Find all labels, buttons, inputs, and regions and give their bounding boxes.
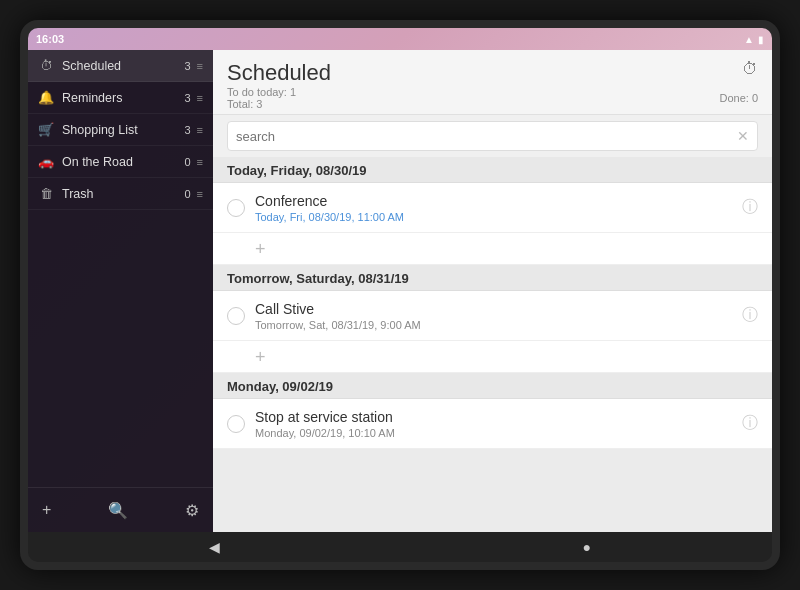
sidebar-item-count: 3 bbox=[184, 124, 190, 136]
total-count: Total: 3 bbox=[227, 98, 262, 110]
task-content: Stop at service station Monday, 09/02/19… bbox=[255, 409, 734, 439]
search-input[interactable] bbox=[236, 129, 737, 144]
sidebar-item-label: On the Road bbox=[62, 155, 184, 169]
add-list-button[interactable]: + bbox=[42, 501, 51, 519]
add-task-tomorrow[interactable]: + bbox=[213, 341, 772, 373]
sidebar-item-menu-icon: ≡ bbox=[197, 124, 203, 136]
done-count: Done: 0 bbox=[719, 92, 758, 104]
search-button[interactable]: 🔍 bbox=[108, 501, 128, 520]
sidebar-item-road[interactable]: 🚗 On the Road 0 ≡ bbox=[28, 146, 213, 178]
task-info-icon[interactable]: ⓘ bbox=[742, 197, 758, 218]
stats-left: To do today: 1 Total: 3 bbox=[227, 86, 296, 110]
sidebar-item-count: 0 bbox=[184, 156, 190, 168]
history-icon[interactable]: ⏱ bbox=[742, 60, 758, 78]
status-icons: ▲ ▮ bbox=[744, 34, 764, 45]
sidebar-item-label: Reminders bbox=[62, 91, 184, 105]
task-date: Tomorrow, Sat, 08/31/19, 9:00 AM bbox=[255, 319, 734, 331]
task-checkbox[interactable] bbox=[227, 415, 245, 433]
date-header-today: Today, Friday, 08/30/19 bbox=[213, 157, 772, 183]
reminders-icon: 🔔 bbox=[38, 90, 54, 105]
home-button[interactable]: ● bbox=[582, 539, 590, 555]
date-group-today: Today, Friday, 08/30/19 Conference Today… bbox=[213, 157, 772, 265]
date-header-monday: Monday, 09/02/19 bbox=[213, 373, 772, 399]
search-bar: ✕ bbox=[227, 121, 758, 151]
wifi-icon: ▲ bbox=[744, 34, 754, 45]
task-date: Monday, 09/02/19, 10:10 AM bbox=[255, 427, 734, 439]
sidebar-item-trash[interactable]: 🗑 Trash 0 ≡ bbox=[28, 178, 213, 210]
status-bar: 16:03 ▲ ▮ bbox=[28, 28, 772, 50]
today-count: To do today: 1 bbox=[227, 86, 296, 98]
sidebar-item-menu-icon: ≡ bbox=[197, 156, 203, 168]
tablet-frame: 16:03 ▲ ▮ ⏱ Scheduled 3 ≡ 🔔 Reminders 3 … bbox=[20, 20, 780, 570]
sidebar-item-scheduled[interactable]: ⏱ Scheduled 3 ≡ bbox=[28, 50, 213, 82]
search-clear-icon[interactable]: ✕ bbox=[737, 128, 749, 144]
sidebar-item-menu-icon: ≡ bbox=[197, 60, 203, 72]
task-info-icon[interactable]: ⓘ bbox=[742, 413, 758, 434]
main-panel: Scheduled ⏱ To do today: 1 Total: 3 Done… bbox=[213, 50, 772, 532]
task-item: Stop at service station Monday, 09/02/19… bbox=[213, 399, 772, 449]
sidebar-item-count: 0 bbox=[184, 188, 190, 200]
tasks-list: Today, Friday, 08/30/19 Conference Today… bbox=[213, 157, 772, 532]
add-task-today[interactable]: + bbox=[213, 233, 772, 265]
task-item: Call Stive Tomorrow, Sat, 08/31/19, 9:00… bbox=[213, 291, 772, 341]
shopping-icon: 🛒 bbox=[38, 122, 54, 137]
app-content: ⏱ Scheduled 3 ≡ 🔔 Reminders 3 ≡ 🛒 Shoppi… bbox=[28, 50, 772, 532]
add-task-icon: + bbox=[255, 348, 266, 366]
sidebar-item-reminders[interactable]: 🔔 Reminders 3 ≡ bbox=[28, 82, 213, 114]
date-header-tomorrow: Tomorrow, Saturday, 08/31/19 bbox=[213, 265, 772, 291]
sidebar-item-label: Shopping List bbox=[62, 123, 184, 137]
trash-icon: 🗑 bbox=[38, 186, 54, 201]
back-button[interactable]: ◀ bbox=[209, 539, 220, 555]
date-group-monday: Monday, 09/02/19 Stop at service station… bbox=[213, 373, 772, 449]
add-task-icon: + bbox=[255, 240, 266, 258]
task-name: Stop at service station bbox=[255, 409, 734, 425]
date-group-tomorrow: Tomorrow, Saturday, 08/31/19 Call Stive … bbox=[213, 265, 772, 373]
sidebar-list: ⏱ Scheduled 3 ≡ 🔔 Reminders 3 ≡ 🛒 Shoppi… bbox=[28, 50, 213, 487]
task-name: Conference bbox=[255, 193, 734, 209]
sidebar-item-count: 3 bbox=[184, 60, 190, 72]
scheduled-icon: ⏱ bbox=[38, 58, 54, 73]
status-time: 16:03 bbox=[36, 33, 64, 45]
task-checkbox[interactable] bbox=[227, 199, 245, 217]
task-content: Conference Today, Fri, 08/30/19, 11:00 A… bbox=[255, 193, 734, 223]
task-date: Today, Fri, 08/30/19, 11:00 AM bbox=[255, 211, 734, 223]
sidebar-item-shopping[interactable]: 🛒 Shopping List 3 ≡ bbox=[28, 114, 213, 146]
task-info-icon[interactable]: ⓘ bbox=[742, 305, 758, 326]
battery-icon: ▮ bbox=[758, 34, 764, 45]
sidebar-item-label: Scheduled bbox=[62, 59, 184, 73]
sidebar: ⏱ Scheduled 3 ≡ 🔔 Reminders 3 ≡ 🛒 Shoppi… bbox=[28, 50, 213, 532]
settings-button[interactable]: ⚙ bbox=[185, 501, 199, 520]
task-content: Call Stive Tomorrow, Sat, 08/31/19, 9:00… bbox=[255, 301, 734, 331]
main-header: Scheduled ⏱ To do today: 1 Total: 3 Done… bbox=[213, 50, 772, 115]
main-stats: To do today: 1 Total: 3 Done: 0 bbox=[227, 86, 758, 110]
sidebar-item-count: 3 bbox=[184, 92, 190, 104]
bottom-nav: ◀ ● bbox=[28, 532, 772, 562]
task-checkbox[interactable] bbox=[227, 307, 245, 325]
sidebar-footer: + 🔍 ⚙ bbox=[28, 487, 213, 532]
sidebar-item-menu-icon: ≡ bbox=[197, 92, 203, 104]
road-icon: 🚗 bbox=[38, 154, 54, 169]
sidebar-item-menu-icon: ≡ bbox=[197, 188, 203, 200]
task-name: Call Stive bbox=[255, 301, 734, 317]
task-item: Conference Today, Fri, 08/30/19, 11:00 A… bbox=[213, 183, 772, 233]
page-title: Scheduled bbox=[227, 60, 331, 86]
sidebar-item-label: Trash bbox=[62, 187, 184, 201]
